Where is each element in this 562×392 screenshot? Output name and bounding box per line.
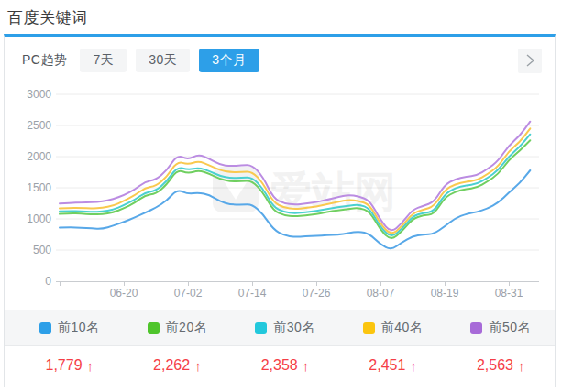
up-arrow-icon: ↑ <box>194 358 202 374</box>
legend-marker <box>363 322 375 334</box>
stat-top30: 2,358↑ <box>231 357 339 374</box>
tab-7-days[interactable]: 7天 <box>80 49 127 72</box>
y-tick-label: 0 <box>45 275 51 288</box>
tab-3-months[interactable]: 3个月 <box>199 49 259 72</box>
stat-value: 1,779 <box>46 357 83 374</box>
stat-top10: 1,779↑ <box>16 357 124 374</box>
x-tick-label: 08-31 <box>495 287 523 299</box>
y-tick-label: 500 <box>33 244 51 256</box>
chart-legend: 前10名前20名前30名前40名前50名 <box>5 310 555 345</box>
x-tick-label: 07-02 <box>174 287 203 299</box>
legend-marker <box>148 322 160 334</box>
x-tick-label: 08-19 <box>431 287 459 299</box>
legend-item-top10: 前10名 <box>16 320 124 336</box>
legend-label: 前10名 <box>58 320 100 336</box>
up-arrow-icon: ↑ <box>87 358 94 374</box>
pc-trend-label: PC趋势 <box>22 52 67 69</box>
stat-top40: 2,451↑ <box>339 357 447 374</box>
x-tick-label: 07-26 <box>303 287 331 299</box>
stat-top20: 2,262↑ <box>124 357 232 374</box>
y-tick-label: 2000 <box>27 150 51 163</box>
legend-marker <box>255 322 267 334</box>
legend-item-top40: 前40名 <box>339 320 447 336</box>
y-tick-label: 2500 <box>27 119 51 132</box>
tab-30-days[interactable]: 30天 <box>136 49 190 72</box>
stat-value: 2,358 <box>261 357 298 374</box>
y-tick-label: 3000 <box>27 88 51 101</box>
legend-item-top50: 前50名 <box>446 320 555 336</box>
x-tick-label: 07-14 <box>238 287 267 299</box>
toolbar: PC趋势 7天 30天 3个月 <box>5 37 555 79</box>
legend-label: 前50名 <box>489 320 531 336</box>
up-arrow-icon: ↑ <box>303 358 310 374</box>
legend-item-top20: 前20名 <box>124 320 232 336</box>
legend-marker <box>470 322 482 334</box>
legend-label: 前40名 <box>381 320 424 336</box>
stats-row: 1,779↑2,262↑2,358↑2,451↑2,563↑ <box>5 345 555 385</box>
page-title: 百度关键词 <box>0 0 562 34</box>
y-tick-label: 1000 <box>27 212 51 225</box>
stat-top50: 2,563↑ <box>446 357 555 374</box>
legend-label: 前20名 <box>166 320 208 336</box>
legend-item-top30: 前30名 <box>231 320 339 336</box>
trend-chart: 05001000150020002500300006-2007-0207-140… <box>5 79 555 310</box>
stat-value: 2,451 <box>369 357 405 374</box>
up-arrow-icon: ↑ <box>410 358 417 374</box>
stat-value: 2,262 <box>153 357 190 374</box>
legend-label: 前30名 <box>273 320 315 336</box>
x-tick-label: 06-20 <box>110 287 138 299</box>
y-tick-label: 1500 <box>27 181 51 194</box>
x-tick-label: 08-07 <box>367 287 395 299</box>
chevron-right-icon <box>523 53 536 68</box>
trend-panel: PC趋势 7天 30天 3个月 050010001500200025003000… <box>4 34 556 387</box>
stat-value: 2,563 <box>477 357 513 374</box>
next-period-button[interactable] <box>518 49 542 73</box>
legend-marker <box>39 322 51 334</box>
up-arrow-icon: ↑ <box>518 358 525 374</box>
